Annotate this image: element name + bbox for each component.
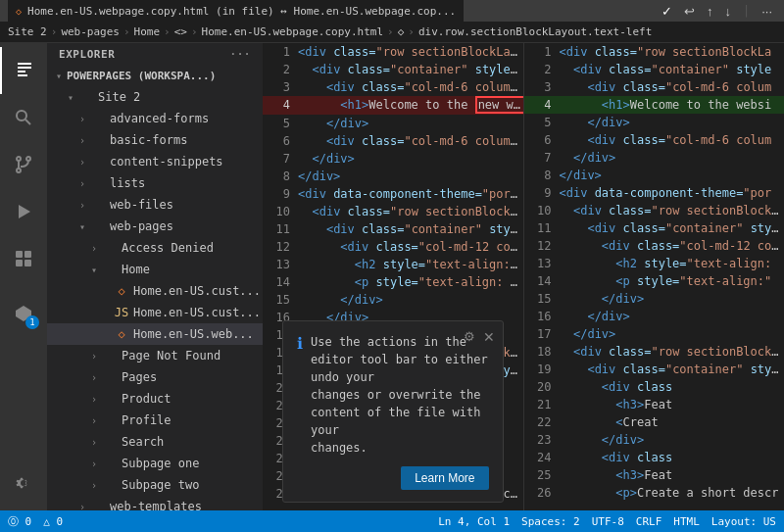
svg-point-4	[17, 111, 26, 121]
code-line-l10: 10 <div class="row sectionBlockLayou	[263, 203, 523, 220]
web-templates-label: web-templates	[110, 500, 202, 510]
svg-point-8	[17, 169, 21, 172]
sidebar-item-search[interactable]: › Search	[47, 431, 263, 453]
code-line-l2: 2 <div class="container" style="p	[263, 61, 523, 78]
sidebar-item-site2[interactable]: ▾ Site 2	[47, 86, 263, 108]
breadcrumb-sep6: ›	[408, 25, 415, 38]
sidebar-item-home[interactable]: ▾ Home	[47, 259, 263, 280]
site2-arrow: ▾	[63, 92, 78, 103]
breadcrumb-selector[interactable]: div.row.sectionBlockLayout.text-left	[418, 25, 652, 38]
home-cust1-label: Home.en-US.cust...	[133, 284, 261, 298]
code-line-r24: 24 <div class	[524, 449, 785, 466]
lists-arrow: ›	[74, 178, 90, 189]
web-files-label: web-files	[110, 198, 173, 212]
breadcrumb-tag: <>	[174, 25, 187, 38]
breadcrumb-file[interactable]: Home.en-US.webpage.copy.html	[202, 25, 383, 38]
activity-item-search[interactable]	[0, 94, 47, 141]
web-files-arrow: ›	[74, 200, 90, 211]
undo-button[interactable]: ↩	[680, 3, 699, 20]
code-line-l9: 9<div data-component-theme="portal	[263, 185, 523, 203]
sidebar-item-product[interactable]: › Product	[47, 388, 263, 410]
activity-item-run[interactable]	[0, 188, 47, 235]
access-denied-label: Access Denied	[122, 241, 214, 255]
sidebar-item-home-cust2[interactable]: JS Home.en-US.cust...	[47, 302, 263, 323]
sidebar-item-pages[interactable]: › Pages	[47, 366, 263, 388]
statusbar-position[interactable]: Ln 4, Col 1	[438, 515, 510, 528]
content-snippets-label: content-snippets	[110, 155, 223, 169]
sidebar-item-web-pages[interactable]: ▾ web-pages	[47, 216, 263, 237]
sidebar-item-content-snippets[interactable]: › content-snippets	[47, 151, 263, 172]
sidebar-tree: ▾ POWERPAGES (WORKSPA...) ▾ Site 2 › adv…	[47, 65, 263, 510]
activity-item-extensions[interactable]	[0, 235, 47, 282]
workspace-arrow: ▾	[51, 71, 67, 81]
code-line-l3: 3 <div class="col-md-6 columnBl	[263, 78, 523, 96]
breadcrumb-sep1: ›	[51, 25, 58, 38]
main-area: 1 EXPLORER ··· ▾ POWERPAGES (WORKSPA...)…	[0, 43, 784, 510]
activity-item-source-control[interactable]	[0, 141, 47, 188]
next-button[interactable]: ↓	[720, 3, 735, 20]
notification-close-button[interactable]: ✕	[483, 329, 495, 345]
code-line-l12: 12 <div class="col-md-12 columnBl	[263, 238, 523, 256]
activity-item-settings[interactable]	[0, 463, 47, 510]
activity-item-explorer[interactable]	[0, 47, 47, 94]
sidebar-item-home-cust1[interactable]: ◇ Home.en-US.cust...	[47, 280, 263, 302]
statusbar-spaces[interactable]: Spaces: 2	[521, 515, 580, 528]
sidebar-item-page-not-found[interactable]: › Page Not Found	[47, 345, 263, 366]
code-line-l8: 8</div>	[263, 168, 523, 185]
sidebar-item-subpage-two[interactable]: › Subpage two	[47, 474, 263, 496]
svg-line-5	[25, 120, 30, 124]
statusbar-warnings[interactable]: △ 0	[43, 515, 63, 528]
home-web-icon: ◇	[114, 327, 129, 341]
svg-rect-1	[18, 67, 31, 69]
sidebar-item-web-files[interactable]: › web-files	[47, 194, 263, 216]
notification-gear-button[interactable]: ⚙	[464, 329, 475, 344]
breadcrumb-diamond: ◇	[398, 25, 405, 38]
prev-button[interactable]: ↑	[703, 3, 717, 20]
sidebar-item-subpage-one[interactable]: › Subpage one	[47, 453, 263, 474]
sidebar-item-basic-forms[interactable]: › basic-forms	[47, 129, 263, 151]
subpage-one-arrow: ›	[86, 459, 102, 469]
code-line-r12: 12 <div class="col-md-12 colu	[524, 237, 785, 255]
workspace-label: POWERPAGES (WORKSPA...)	[67, 70, 216, 82]
statusbar-layout[interactable]: Layout: US	[711, 515, 776, 528]
workspace-item[interactable]: ▾ POWERPAGES (WORKSPA...)	[47, 65, 263, 86]
breadcrumb-site[interactable]: Site 2	[8, 25, 47, 38]
svg-rect-13	[24, 260, 31, 266]
svg-rect-3	[18, 74, 27, 76]
pages-label: Pages	[122, 370, 157, 384]
editor-content-left[interactable]: 1<div class="row sectionBlockLayou 2 <di…	[263, 43, 523, 510]
activity-item-powerpages[interactable]: 1	[0, 290, 47, 337]
statusbar: ⓪ 0 △ 0 Ln 4, Col 1 Spaces: 2 UTF-8 CRLF…	[0, 510, 784, 532]
code-line-r26: 26 <p>Create a short descr	[524, 484, 785, 502]
code-line-r21: 21 <h3>Feat	[524, 396, 785, 413]
editor-content-right[interactable]: 1<div class="row sectionBlockLa 2 <div c…	[524, 43, 785, 510]
accept-button[interactable]: ✓	[658, 3, 676, 20]
sidebar-item-profile[interactable]: › Profile	[47, 410, 263, 431]
code-line-r20: 20 <div class	[524, 378, 785, 396]
sidebar-item-web-templates[interactable]: › web-templates	[47, 496, 263, 510]
statusbar-encoding[interactable]: UTF-8	[592, 515, 624, 528]
sidebar-item-access-denied[interactable]: › Access Denied	[47, 237, 263, 259]
sidebar-item-home-web[interactable]: ◇ Home.en-US.web...	[47, 323, 263, 345]
web-pages-label: web-pages	[110, 219, 173, 233]
code-line-r25: 25 <h3>Feat	[524, 466, 785, 484]
svg-rect-11	[24, 251, 31, 258]
editor-tab-active[interactable]: ◇ Home.en-US.webpage.copy.html (in file)…	[8, 0, 464, 22]
breadcrumb-home[interactable]: Home	[134, 25, 161, 38]
breadcrumb-web-pages[interactable]: web-pages	[61, 25, 120, 38]
page-not-found-arrow: ›	[86, 351, 102, 362]
site2-label: Site 2	[98, 90, 140, 104]
learn-more-button[interactable]: Learn More	[401, 466, 488, 490]
new-file-icon[interactable]: ···	[229, 48, 251, 61]
statusbar-errors[interactable]: ⓪ 0	[8, 514, 31, 529]
web-templates-arrow: ›	[74, 502, 90, 511]
product-arrow: ›	[86, 394, 102, 405]
svg-point-7	[26, 157, 30, 161]
code-line-r9: 9<div data-component-theme="por	[524, 184, 785, 202]
statusbar-language[interactable]: HTML	[673, 515, 700, 528]
sidebar-item-advanced-forms[interactable]: › advanced-forms	[47, 108, 263, 129]
editor-pane-left: 1<div class="row sectionBlockLayou 2 <di…	[263, 43, 524, 510]
sidebar-item-lists[interactable]: › lists	[47, 172, 263, 194]
more-actions-button[interactable]: ···	[758, 3, 776, 20]
statusbar-eol[interactable]: CRLF	[636, 515, 662, 528]
